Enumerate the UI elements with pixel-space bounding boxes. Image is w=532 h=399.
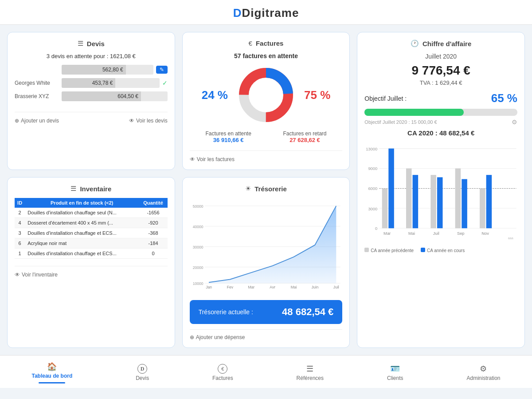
bar-chart-container: 13000 9000 6000 3000 0 [364,142,517,253]
inv-col-product: Produit en fin de stock (<2) [25,198,139,208]
devis-icon: ☰ [78,40,83,47]
nav-factures[interactable]: € Factures [203,362,242,383]
factures-pending: 57 factures en attente [190,52,343,59]
svg-text:Mar: Mar [383,231,391,236]
inventaire-card: ☰ Inventaire ID Produit en fin de stock … [7,177,175,348]
svg-text:10000: 10000 [192,281,203,286]
progress-bar-fill [364,109,464,116]
svg-rect-19 [431,175,437,228]
svg-rect-24 [486,175,492,228]
bar-chart: 13000 9000 6000 3000 0 [364,142,517,244]
clients-nav-icon: 🪪 [390,364,400,374]
devis-title: Devis [87,40,105,47]
svg-rect-20 [437,177,443,228]
svg-text:Juil: Juil [333,285,339,289]
add-devis-button[interactable]: ⊕ Ajouter un devis [15,118,59,124]
devis-item-0: 562,80 € ✎ [15,65,168,75]
svg-rect-16 [389,149,395,229]
svg-rect-22 [462,179,468,229]
nav-references[interactable]: ☰ Références [288,362,332,383]
tresorerie-chart: 50000 40000 30000 20000 10000 [190,198,343,296]
references-nav-icon: ☰ [306,364,313,374]
main-content: ☰ Devis 3 devis en attente pour : 1621,0… [0,25,532,355]
tresorerie-icon: ☀ [245,185,251,193]
svg-text:30000: 30000 [192,245,203,249]
settings-icon-ca[interactable]: ⚙ [512,119,517,126]
tresorerie-card: ☀ Trésorerie 50000 40000 30000 20000 100… [182,177,350,348]
legend-attente: Factures en attente 36 910,66 € [205,130,251,143]
tresorerie-footer: ⊕ Ajouter une dépense [190,329,343,340]
svg-text:40000: 40000 [192,225,203,229]
devis-edit-button[interactable]: ✎ [156,66,168,74]
svg-text:Nov: Nov [482,231,489,236]
svg-text:Avr: Avr [270,285,275,289]
admin-nav-icon: ⚙ [480,364,487,374]
donut-left-pct: 24 % [202,88,228,102]
svg-rect-17 [406,169,412,229]
svg-rect-23 [480,188,485,228]
app-header: DDigitrame [0,0,532,25]
nav-administration[interactable]: ⚙ Administration [458,362,509,383]
area-fill [209,206,336,283]
legend-dot-prev [364,248,369,252]
inventaire-icon: ☰ [70,185,76,193]
nav-devis[interactable]: D Devis [127,362,158,383]
svg-text:aaa: aaa [508,236,514,240]
factures-title: Factures [256,40,284,47]
svg-rect-21 [455,169,461,229]
factures-nav-icon: € [218,364,227,374]
devis-item-2: Brasserie XYZ 604,50 € [15,91,168,101]
app-title: DDigitrame [0,6,532,20]
svg-text:13000: 13000 [366,146,377,151]
donut-right-pct: 75 % [304,88,330,102]
plus-icon-tres: ⊕ [190,334,194,340]
legend-dot-curr [421,248,425,252]
devis-card: ☰ Devis 3 devis en attente pour : 1621,0… [7,32,175,170]
devis-item-1: Georges White 453,78 € ✓ [15,78,168,88]
svg-text:0: 0 [375,226,377,231]
svg-rect-15 [382,188,388,228]
svg-text:Mai: Mai [290,285,297,289]
ca-month: Juillet 2020 [364,53,517,60]
svg-text:Mar: Mar [248,285,254,289]
svg-rect-18 [413,175,419,228]
factures-footer: 👁 Voir les factures [190,150,343,162]
svg-text:Jan: Jan [206,285,212,289]
svg-text:Juil: Juil [433,231,439,236]
add-depense-button[interactable]: ⊕ Ajouter une dépense [190,334,245,340]
table-row: 1Douilles d'installation chauffage et EC… [15,249,168,259]
table-row: 2Douilles d'installation chauffage seul … [15,208,168,218]
plus-icon: ⊕ [15,118,19,124]
donut-container: 24 % 75 % [190,64,343,126]
ca-objectif-row: Objectif Juillet : 65 % [364,91,517,105]
eye-icon-factures: 👁 [190,156,195,162]
table-row: 6Acrylique noir mat-184 [15,238,168,249]
devis-footer: ⊕ Ajouter un devis 👁 Voir les devis [15,112,168,124]
ca-card: 🕐 Chiffre d'affaire Juillet 2020 9 776,5… [357,32,525,348]
inv-col-id: ID [15,198,25,208]
eye-icon-inv: 👁 [15,272,20,278]
svg-text:Mai: Mai [408,231,415,236]
ca-amount: 9 776,54 € [364,63,517,78]
view-inventaire-button[interactable]: 👁 Voir l'inventaire [15,272,58,278]
inventaire-footer: 👁 Voir l'inventaire [15,266,168,278]
svg-text:3000: 3000 [368,206,378,211]
nav-tableau-de-bord[interactable]: 🏠 Tableau de bord [23,360,81,385]
view-factures-button[interactable]: 👁 Voir les factures [190,156,235,162]
eye-icon: 👁 [129,118,134,124]
ca-title: Chiffre d'affaire [422,40,471,47]
svg-text:6000: 6000 [368,186,378,191]
svg-text:Fev: Fev [227,285,233,289]
tresorerie-label: Trésorerie actuelle : [199,308,253,316]
svg-text:Juin: Juin [311,285,318,289]
progress-bar [364,109,517,116]
nav-clients[interactable]: 🪪 Clients [378,362,412,383]
svg-text:9000: 9000 [368,166,378,171]
view-devis-button[interactable]: 👁 Voir les devis [129,118,168,124]
table-row: 3Douilles d'installation chauffage et EC… [15,228,168,238]
ca-objectif-sub: Objectif Juillet 2020 : 15 000,00 € ⚙ [364,119,517,126]
inventaire-title: Inventaire [80,185,111,193]
devis-summary: 3 devis en attente pour : 1621,08 € [15,53,168,59]
factures-icon: € [249,40,252,47]
inventaire-table: ID Produit en fin de stock (<2) Quantité… [15,198,168,259]
